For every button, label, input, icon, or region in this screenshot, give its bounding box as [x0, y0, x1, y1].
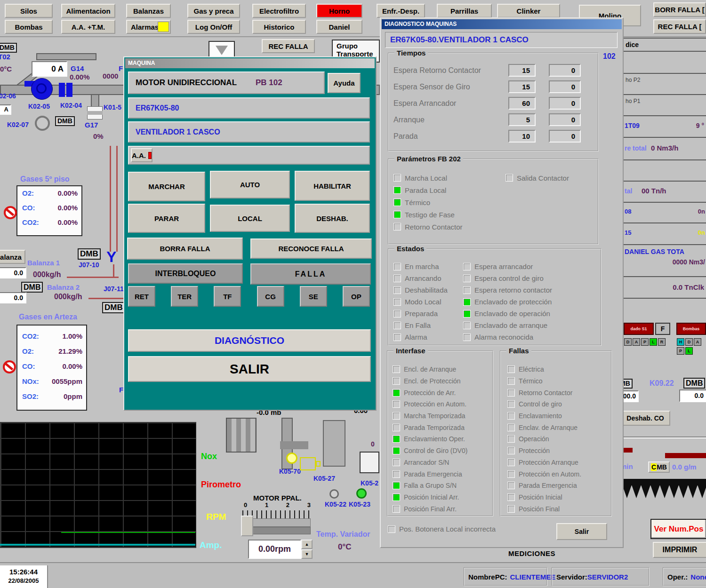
status-checkbox[interactable]: [393, 310, 401, 318]
status-checkbox[interactable]: [393, 435, 400, 443]
fault-code-button[interactable]: SE: [300, 286, 327, 307]
status-checkbox[interactable]: [507, 377, 515, 385]
status-checkbox[interactable]: [393, 322, 401, 329]
spin-down-icon[interactable]: ▼: [301, 549, 313, 559]
status-checkbox[interactable]: [393, 275, 401, 282]
status-checkbox[interactable]: [393, 400, 400, 408]
balanza-button[interactable]: alanza: [0, 250, 25, 264]
local-button[interactable]: LOCAL: [210, 205, 290, 232]
toolbar-button-aa-tm[interactable]: A.A. +T.M.: [61, 20, 115, 34]
toolbar-button-electrofiltro[interactable]: Electrofiltro: [252, 4, 306, 18]
fault-code-button[interactable]: TER: [171, 286, 198, 307]
timer-setpoint-field[interactable]: 5: [508, 113, 536, 126]
diagnostico-titlebar[interactable]: DIAGNOSTICO MAQUINAS: [382, 19, 622, 29]
timer-setpoint-field[interactable]: 15: [508, 80, 536, 93]
timer-actual-field[interactable]: 0: [549, 113, 581, 126]
timer-setpoint-field[interactable]: 10: [508, 130, 536, 143]
timer-actual-field[interactable]: 0: [549, 130, 581, 143]
toolbar-button-silos[interactable]: Silos: [5, 4, 53, 18]
spin-up-icon[interactable]: ▲: [301, 540, 313, 549]
fault-code-button[interactable]: TF: [214, 286, 241, 307]
status-checkbox[interactable]: [393, 223, 401, 230]
status-checkbox[interactable]: [393, 186, 401, 194]
status-checkbox[interactable]: [388, 525, 395, 533]
timer-setpoint-field[interactable]: 15: [508, 64, 536, 77]
rec-falla-top-button[interactable]: REC FALLA [: [653, 19, 706, 34]
rpm-spinbox[interactable]: 0.00rpm: [248, 540, 301, 559]
status-checkbox[interactable]: [507, 482, 515, 489]
ver-num-pos-button[interactable]: Ver Num.Pos: [650, 519, 706, 539]
deshab-button[interactable]: DESHAB.: [295, 204, 370, 233]
status-checkbox[interactable]: [507, 447, 515, 454]
status-checkbox[interactable]: [507, 435, 515, 443]
status-checkbox[interactable]: [393, 482, 400, 489]
toolbar-button-gas-y-preca[interactable]: Gas y preca: [187, 4, 240, 18]
marchar-button[interactable]: MARCHAR: [128, 172, 205, 201]
status-checkbox[interactable]: [507, 470, 515, 478]
status-checkbox[interactable]: [393, 377, 400, 385]
status-checkbox[interactable]: [393, 199, 401, 206]
reconoce-falla-button[interactable]: RECONOCE FALLA: [250, 238, 372, 259]
fault-code-button[interactable]: CG: [257, 286, 284, 307]
status-checkbox[interactable]: [507, 400, 515, 408]
slider-handle[interactable]: [241, 516, 253, 536]
falla-button[interactable]: FALLA: [250, 263, 371, 285]
aa-button[interactable]: A.A.: [131, 148, 152, 162]
maquina-titlebar[interactable]: MAQUINA: [125, 58, 375, 68]
borra-falla-button[interactable]: BORRA FALLA: [127, 238, 243, 260]
status-checkbox[interactable]: [463, 310, 471, 318]
status-checkbox[interactable]: [393, 263, 401, 270]
status-checkbox[interactable]: [393, 334, 401, 341]
status-checkbox[interactable]: [463, 263, 471, 270]
status-checkbox[interactable]: [507, 459, 515, 466]
fault-code-button[interactable]: RET: [128, 286, 155, 307]
status-checkbox[interactable]: [393, 412, 400, 420]
status-checkbox[interactable]: [393, 366, 400, 373]
toolbar-button-bombas[interactable]: Bombas: [5, 20, 53, 34]
toolbar-button-log-on-off[interactable]: Log On/Off: [187, 20, 240, 34]
salir-button[interactable]: SALIR: [128, 356, 371, 382]
status-checkbox[interactable]: [507, 412, 515, 420]
toolbar-button-alimentacion[interactable]: Alimentacion: [61, 4, 115, 18]
status-checkbox[interactable]: [393, 505, 400, 513]
status-checkbox[interactable]: [393, 298, 401, 306]
status-checkbox[interactable]: [463, 322, 471, 329]
status-checkbox[interactable]: [393, 286, 401, 294]
habilitar-button[interactable]: HABILITAR: [295, 171, 370, 201]
toolbar-button-parrillas[interactable]: Parrillas: [437, 4, 492, 18]
status-checkbox[interactable]: [507, 493, 515, 501]
status-checkbox[interactable]: [393, 470, 400, 478]
parar-button[interactable]: PARAR: [128, 204, 205, 233]
toolbar-button-horno[interactable]: Horno: [316, 4, 362, 18]
status-checkbox[interactable]: [393, 424, 400, 431]
auto-button[interactable]: AUTO: [210, 171, 290, 199]
ayuda-button[interactable]: Ayuda: [328, 73, 361, 93]
timer-actual-field[interactable]: 0: [549, 97, 581, 110]
timer-setpoint-field[interactable]: 60: [508, 97, 536, 110]
toolbar-button-clinker[interactable]: Clinker: [497, 4, 560, 18]
status-checkbox[interactable]: [507, 424, 515, 431]
diagnostico-button[interactable]: DIAGNÓSTICO: [128, 329, 371, 352]
status-checkbox[interactable]: [505, 174, 513, 182]
toolbar-button-alarmas[interactable]: Alarmas: [126, 20, 171, 34]
imprimir-button[interactable]: IMPRIMIR: [653, 542, 706, 558]
status-checkbox[interactable]: [393, 447, 400, 454]
status-checkbox[interactable]: [463, 275, 471, 282]
status-checkbox[interactable]: [507, 505, 515, 513]
status-checkbox[interactable]: [463, 298, 471, 306]
interbloqueo-button[interactable]: INTERBLOQUEO: [128, 263, 243, 284]
rec-falla-button[interactable]: REC FALLA: [262, 39, 315, 53]
timer-actual-field[interactable]: 0: [549, 80, 581, 93]
status-checkbox[interactable]: [463, 286, 471, 294]
toolbar-button-enfr-desp[interactable]: Enfr.-Desp.: [377, 4, 425, 18]
status-checkbox[interactable]: [507, 366, 515, 373]
status-checkbox[interactable]: [393, 389, 400, 397]
status-checkbox[interactable]: [393, 459, 400, 466]
toolbar-button-balanzas[interactable]: Balanzas: [126, 4, 171, 18]
status-checkbox[interactable]: [507, 389, 515, 397]
borr-falla-button[interactable]: BORR FALLA [: [653, 2, 706, 17]
status-checkbox[interactable]: [393, 493, 400, 501]
toolbar-button-daniel[interactable]: Daniel: [316, 20, 362, 34]
status-checkbox[interactable]: [463, 334, 471, 341]
fault-code-button[interactable]: OP: [343, 286, 370, 307]
